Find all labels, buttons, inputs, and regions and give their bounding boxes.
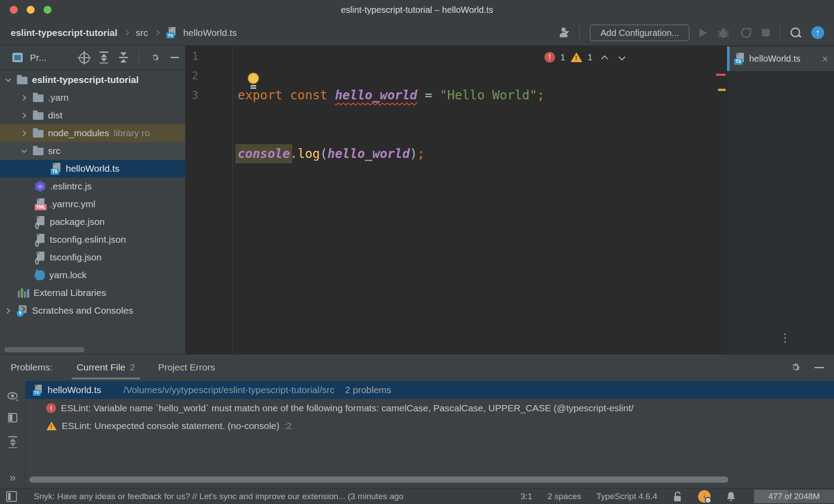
previous-problem-icon[interactable] bbox=[601, 55, 608, 62]
tree-item-dist-folder[interactable]: dist bbox=[0, 106, 185, 124]
tree-item-yarn-folder[interactable]: .yarn bbox=[0, 89, 185, 106]
tree-item-package-json[interactable]: {} package.json bbox=[0, 213, 185, 231]
run-icon[interactable] bbox=[699, 28, 707, 37]
unlock-icon[interactable] bbox=[672, 491, 683, 502]
tree-item-label: helloWorld.ts bbox=[66, 163, 119, 174]
open-preview-button[interactable] bbox=[0, 413, 25, 422]
error-icon bbox=[46, 403, 56, 413]
project-tool-window: Pr... eslint-typesc bbox=[0, 46, 186, 354]
breadcrumb-folder[interactable]: src bbox=[135, 28, 148, 38]
code-area[interactable]: export const hello_world = "Hello World"… bbox=[238, 47, 727, 261]
tab-helloworld-ts[interactable]: TS helloWorld.ts × bbox=[727, 47, 834, 71]
add-configuration-button[interactable]: Add Configuration... bbox=[590, 24, 690, 41]
status-message[interactable]: Snyk: Have any ideas or feedback for us?… bbox=[34, 492, 404, 501]
tab-current-file[interactable]: Current File 2 bbox=[71, 354, 140, 380]
problem-row-warning[interactable]: ESLint: Unexpected console statement. (n… bbox=[25, 417, 834, 435]
gear-icon[interactable] bbox=[790, 362, 801, 373]
typescript-version[interactable]: TypeScript 4.6.4 bbox=[596, 492, 657, 501]
tree-item-tsconfig-eslint-json[interactable]: {} tsconfig.eslint.json bbox=[0, 231, 185, 248]
warning-icon bbox=[571, 52, 582, 62]
warning-icon bbox=[47, 421, 57, 430]
tree-item-tsconfig-json[interactable]: {} tsconfig.json bbox=[0, 248, 185, 266]
chevron-down-icon bbox=[21, 147, 27, 153]
tree-item-src-folder[interactable]: src bbox=[0, 142, 185, 160]
close-icon[interactable]: × bbox=[822, 53, 834, 65]
snyk-status-icon[interactable] bbox=[698, 490, 711, 503]
folder-icon bbox=[33, 94, 44, 102]
line-number[interactable]: 1 bbox=[186, 47, 232, 66]
chevron-right-icon bbox=[155, 30, 160, 35]
indent-setting[interactable]: 2 spaces bbox=[548, 492, 581, 501]
error-stripe-mark[interactable] bbox=[716, 74, 726, 76]
tree-item-node-modules-folder[interactable]: node_modules library ro bbox=[0, 124, 185, 142]
header-divider bbox=[139, 51, 139, 64]
warning-stripe-mark[interactable] bbox=[718, 89, 726, 91]
caret-position[interactable]: 3:1 bbox=[520, 492, 532, 501]
collapse-all-icon[interactable] bbox=[119, 52, 128, 63]
problems-file-name: helloWorld.ts bbox=[48, 385, 101, 395]
tree-item-label: .yarnrc.yml bbox=[50, 199, 95, 209]
scratches-icon bbox=[17, 305, 28, 316]
project-view-icon[interactable] bbox=[12, 53, 23, 62]
tree-item-label: tsconfig.json bbox=[50, 252, 102, 263]
tree-item-label: src bbox=[48, 146, 60, 156]
search-icon[interactable] bbox=[790, 27, 802, 39]
update-available-icon[interactable]: ↑ bbox=[811, 26, 824, 39]
typescript-file-icon: TS bbox=[167, 27, 177, 39]
problems-horizontal-scrollbar[interactable] bbox=[29, 476, 728, 483]
window-title: eslint-typescript-tutorial – helloWorld.… bbox=[0, 0, 834, 20]
tree-item-helloworld-ts[interactable]: TS helloWorld.ts bbox=[0, 160, 185, 177]
project-horizontal-scrollbar[interactable] bbox=[4, 347, 84, 352]
gear-icon[interactable] bbox=[150, 52, 160, 63]
breadcrumb-file[interactable]: helloWorld.ts bbox=[183, 28, 237, 38]
code-line-2[interactable]: console.log(hello_world); bbox=[238, 144, 727, 164]
tree-item-eslintrc-js[interactable]: .eslintrc.js bbox=[0, 177, 185, 195]
editor[interactable]: 1 2 3 export const hello_world = "Hello … bbox=[186, 46, 727, 354]
user-account-button[interactable] bbox=[558, 28, 569, 38]
bell-icon[interactable] bbox=[726, 491, 736, 502]
view-options-button[interactable] bbox=[0, 392, 25, 402]
problems-count-label: 2 problems bbox=[345, 385, 391, 395]
more-actions-button[interactable]: » bbox=[0, 471, 25, 484]
tree-item-label: .yarn bbox=[48, 92, 69, 103]
editor-gutter[interactable]: 1 2 3 bbox=[186, 46, 233, 354]
chevron-right-icon bbox=[124, 30, 130, 35]
breadcrumb-project[interactable]: eslint-typescript-tutorial bbox=[11, 28, 117, 38]
code-line-3[interactable] bbox=[238, 203, 727, 222]
more-options-icon[interactable]: ⋮ bbox=[779, 335, 791, 340]
tree-item-label: tsconfig.eslint.json bbox=[50, 234, 126, 245]
titlebar[interactable]: eslint-typescript-tutorial – helloWorld.… bbox=[0, 0, 834, 20]
tab-project-errors[interactable]: Project Errors bbox=[153, 354, 220, 380]
intention-lightbulb-icon[interactable] bbox=[245, 72, 261, 91]
tree-item-scratches-and-consoles[interactable]: Scratches and Consoles bbox=[0, 302, 185, 319]
expand-all-icon[interactable] bbox=[99, 51, 108, 63]
debug-icon[interactable] bbox=[717, 27, 730, 39]
eslint-icon bbox=[35, 181, 46, 192]
hide-panel-icon[interactable] bbox=[171, 57, 179, 58]
problems-count-badge: 2 bbox=[130, 362, 135, 373]
tree-item-yarnrc-yml[interactable]: YML .yarnrc.yml bbox=[0, 195, 185, 213]
eye-icon bbox=[6, 392, 20, 402]
hide-panel-icon[interactable] bbox=[814, 367, 824, 368]
project-panel-header: Pr... bbox=[0, 46, 185, 70]
line-number[interactable]: 2 bbox=[186, 66, 232, 86]
select-opened-file-icon[interactable] bbox=[77, 51, 89, 64]
stop-icon[interactable] bbox=[762, 29, 770, 36]
line-number[interactable]: 3 bbox=[186, 86, 232, 105]
tool-window-switcher-icon[interactable] bbox=[6, 491, 17, 502]
problems-file-path: /Volumes/v/yytypescript/eslint-typescrip… bbox=[123, 385, 334, 395]
problems-file-row[interactable]: TS helloWorld.ts /Volumes/v/yytypescript… bbox=[25, 381, 834, 399]
expand-all-button[interactable] bbox=[0, 436, 25, 448]
tree-item-project-root[interactable]: eslint-typescript-tutorial bbox=[0, 71, 185, 89]
folder-icon bbox=[33, 148, 44, 155]
code-line-1[interactable]: export const hello_world = "Hello World"… bbox=[238, 86, 727, 105]
tree-item-yarn-lock[interactable]: yarn.lock bbox=[0, 266, 185, 284]
tree-item-external-libraries[interactable]: External Libraries bbox=[0, 284, 185, 302]
inspection-widget[interactable]: 1 1 bbox=[544, 52, 624, 63]
next-problem-icon[interactable] bbox=[619, 53, 626, 60]
memory-indicator[interactable]: 477 of 2048M bbox=[754, 490, 834, 503]
problem-row-error[interactable]: ESLint: Variable name `hello_world` must… bbox=[25, 399, 834, 417]
project-panel-title[interactable]: Pr... bbox=[30, 52, 46, 63]
chevron-right-icon bbox=[4, 308, 10, 314]
profiler-icon[interactable] bbox=[740, 27, 752, 39]
